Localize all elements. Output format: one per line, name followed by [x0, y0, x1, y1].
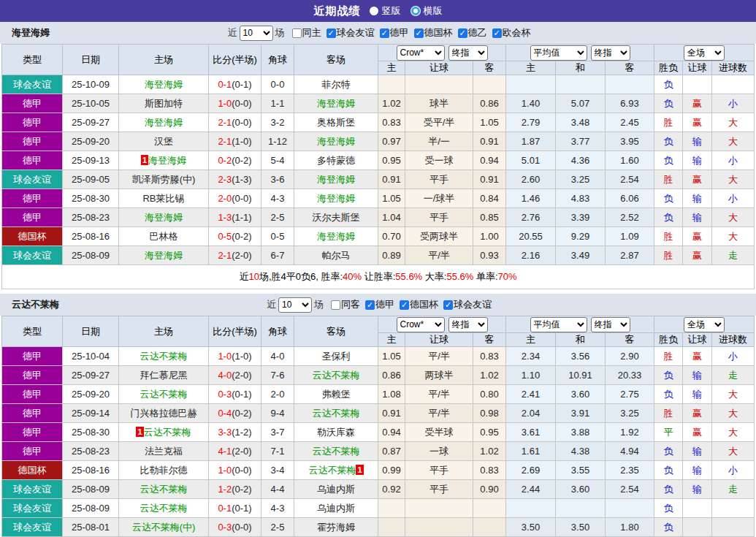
score-cell: 1-2(0-2)	[209, 480, 261, 499]
result-handicap-cell: 赢	[683, 347, 712, 366]
sub-col-header: 和	[556, 333, 606, 347]
sub-col-header: 客	[606, 333, 654, 347]
same-venue-checkbox[interactable]	[331, 300, 340, 310]
result-goals-cell: 大	[712, 404, 755, 423]
league-checkbox[interactable]: ✓	[414, 28, 424, 38]
result-goals-cell: 大	[712, 113, 755, 132]
sub-col-header: 客	[473, 61, 506, 75]
fulltime-select[interactable]: 全场	[684, 45, 725, 61]
summary-row: 近10场,胜4平0负6, 胜率:40% 让胜率:55.6% 大率:55.6% 单…	[2, 265, 755, 289]
odds-away-cell: 0.83	[473, 461, 506, 480]
layout-radio-horizontal[interactable]: 横版	[411, 4, 443, 18]
avg-draw-cell: 3.60	[556, 480, 606, 499]
home-team-name: 汉堡	[154, 136, 173, 147]
fulltime-score: 0-4	[218, 408, 232, 419]
league-label: 德乙	[468, 26, 487, 39]
home-team-name: 云达不莱梅	[140, 351, 188, 362]
fulltime-score: 0-1	[218, 503, 232, 514]
home-team-cell: 1云达不莱梅	[119, 423, 209, 442]
summary-segment: 单率:	[473, 271, 497, 282]
date-cell: 25-08-16	[63, 461, 119, 480]
sub-col-header: 进球数	[712, 333, 755, 347]
avg-select[interactable]: 平均值	[530, 45, 587, 61]
halftime-score: (0-0)	[232, 193, 251, 204]
odds-home-cell	[378, 499, 405, 518]
avg-select[interactable]: 平均值	[530, 317, 587, 332]
home-team-cell: 比勒菲尔德	[119, 461, 209, 480]
league-checkbox[interactable]: ✓	[365, 300, 375, 310]
halftime-score: (2-0)	[232, 370, 251, 381]
home-team-name: 海登海姆	[145, 250, 183, 261]
odds-away-cell	[473, 499, 506, 518]
table-row: 德甲25-08-30RB莱比锡2-0(0-0)4-3海登海姆1.05一/球半0.…	[2, 189, 755, 208]
home-team-name: 海登海姆	[145, 212, 183, 223]
away-team-name: 沃尔夫斯堡	[313, 212, 360, 223]
avg-away-cell: 1.09	[606, 227, 654, 246]
odds-final-select[interactable]: 终指	[448, 45, 488, 61]
fulltime-score: 1-0	[218, 98, 232, 109]
result-goals-cell: 小	[712, 347, 755, 366]
sub-col-header: 客	[473, 333, 506, 347]
type-badge-cell: 德甲	[2, 189, 63, 208]
summary-segment: 10	[248, 271, 259, 282]
handicap-cell: 受半球	[405, 423, 473, 442]
sub-col-header: 客	[606, 61, 654, 75]
summary-segment: 近	[239, 271, 248, 282]
period-select[interactable]: 10	[278, 297, 312, 313]
avg-away-cell: 2.35	[606, 461, 654, 480]
halftime-score: (0-0)	[232, 522, 251, 533]
home-team-cell: 海登海姆	[119, 208, 209, 227]
halftime-score: (1-3)	[232, 174, 251, 185]
table-row: 球会友谊25-09-05凯泽斯劳滕(中)2-3(1-3)3-6海登海姆0.91平…	[2, 170, 755, 189]
handicap-cell: 受平/半	[405, 113, 473, 132]
odds-away-cell: 0.83	[473, 347, 506, 366]
away-team-name: 多特蒙德	[317, 155, 355, 166]
handicap-cell: 两球半	[405, 366, 473, 385]
odds-final-select[interactable]: 终指	[448, 317, 488, 332]
result-handicap-cell: 输	[683, 151, 712, 170]
avg-away-cell: 1.92	[606, 423, 654, 442]
score-cell: 4-0(2-0)	[209, 366, 261, 385]
layout-radio-vertical[interactable]: 竖版	[370, 4, 401, 18]
date-cell: 25-09-27	[63, 113, 119, 132]
odds-home-cell: 0.92	[378, 480, 405, 499]
avg-away-cell: 2.45	[606, 113, 654, 132]
league-checkbox[interactable]: ✓	[443, 300, 453, 310]
home-team-cell: 1海登海姆	[119, 151, 209, 170]
odds-away-cell: 0.95	[473, 423, 506, 442]
away-team-name: 海登海姆	[317, 136, 355, 147]
sub-col-header: 和	[556, 61, 606, 75]
period-select[interactable]: 10	[240, 26, 273, 41]
league-checkbox[interactable]: ✓	[380, 28, 389, 38]
red-card-badge: 1	[136, 427, 143, 437]
same-venue-checkbox[interactable]	[292, 28, 302, 38]
result-goals-cell	[712, 499, 755, 518]
home-team-name: 海登海姆	[148, 155, 186, 166]
avg-final-select[interactable]: 终指	[591, 45, 630, 61]
fulltime-select[interactable]: 全场	[684, 317, 725, 332]
league-checkbox[interactable]: ✓	[492, 28, 502, 38]
avg-home-cell	[506, 75, 556, 94]
fulltime-score: 0-5	[218, 231, 232, 242]
league-checkbox[interactable]: ✓	[458, 28, 467, 38]
away-team-cell: 乌迪内斯	[294, 480, 378, 499]
corner-cell: 2-5	[261, 518, 294, 537]
summary-segment: 大率:	[422, 271, 446, 282]
home-team-cell: 法兰克福	[119, 442, 209, 461]
date-cell: 25-10-04	[63, 347, 119, 366]
avg-final-select[interactable]: 终指	[591, 317, 630, 332]
odds-company-select[interactable]: Crow*	[397, 45, 445, 61]
avg-draw-cell: 3.50	[556, 518, 606, 537]
result-goals-cell: 小	[712, 151, 755, 170]
halftime-score: (1-0)	[232, 136, 251, 147]
avg-draw-cell: 4.83	[556, 189, 606, 208]
result-wdl-cell: 胜	[654, 347, 683, 366]
home-team-cell: 巴林格	[119, 227, 209, 246]
result-wdl-cell: 负	[654, 442, 683, 461]
league-checkbox[interactable]: ✓	[327, 28, 336, 38]
league-checkbox[interactable]: ✓	[400, 300, 409, 310]
title-bar: 近期战绩 竖版横版	[0, 0, 756, 22]
corner-cell: 4-0	[261, 347, 294, 366]
odds-company-select[interactable]: Crow*	[397, 317, 445, 332]
col-header: 角球	[261, 316, 294, 347]
